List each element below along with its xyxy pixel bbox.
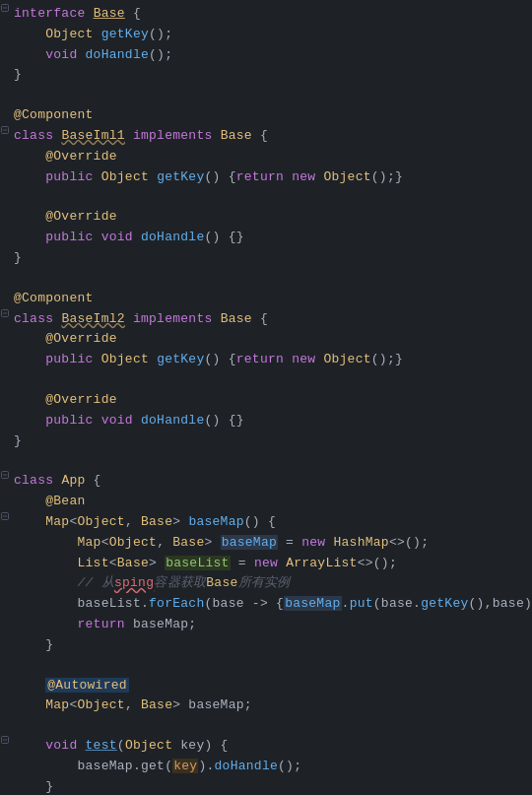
token-class-name: App xyxy=(61,473,85,488)
fold-icon[interactable] xyxy=(0,512,10,520)
token-plain: () { xyxy=(205,169,236,184)
token-plain xyxy=(14,352,45,366)
code-tokens: @Override xyxy=(10,390,524,411)
token-plain xyxy=(14,514,45,529)
token-plain xyxy=(94,169,101,184)
token-plain: { xyxy=(86,473,101,488)
token-plain xyxy=(125,128,133,143)
token-plain xyxy=(133,413,141,428)
token-plain: () { xyxy=(205,352,236,366)
code-line: return baseMap; xyxy=(0,615,532,635)
token-plain: key) { xyxy=(172,738,228,753)
code-tokens: public Object getKey() {return new Objec… xyxy=(10,350,524,370)
token-plain xyxy=(14,331,45,346)
token-plain: . xyxy=(342,596,350,611)
token-plain xyxy=(284,352,292,366)
token-fn: baseMap xyxy=(188,514,243,529)
token-fn: getKey xyxy=(421,596,468,611)
token-type: HashMap xyxy=(334,535,389,550)
code-line: baseMap.get(key).doHandle(); xyxy=(0,757,532,777)
token-plain xyxy=(213,128,221,143)
token-type: Object xyxy=(101,352,149,366)
token-type: Object xyxy=(78,697,125,712)
token-plain xyxy=(278,556,286,570)
code-tokens: @Autowired xyxy=(10,676,524,696)
token-plain xyxy=(14,230,45,244)
fold-icon[interactable] xyxy=(0,471,10,479)
token-type: Object xyxy=(109,535,157,550)
token-class-name-ul: BaseIml1 xyxy=(61,128,125,143)
token-plain xyxy=(94,230,101,244)
token-plain xyxy=(14,494,45,508)
token-hl-autowired: @Autowired xyxy=(45,678,129,693)
code-line: } xyxy=(0,431,532,452)
token-plain xyxy=(14,617,78,631)
token-kw: void xyxy=(101,413,133,428)
code-line: @Override xyxy=(0,207,532,228)
token-kw: new xyxy=(292,352,315,366)
token-plain: } xyxy=(14,67,22,82)
token-plain xyxy=(14,596,78,611)
fold-icon[interactable] xyxy=(0,126,10,134)
token-type: Base xyxy=(172,535,204,550)
token-type-c: Base xyxy=(206,575,237,590)
code-tokens: Map<Object, Base> baseMap; xyxy=(10,696,524,716)
code-line: @Override xyxy=(0,390,532,411)
token-annotation: @Override xyxy=(45,209,117,224)
token-plain xyxy=(14,27,45,41)
token-plain: > baseMap; xyxy=(172,697,252,712)
token-plain: baseMap.get( xyxy=(78,759,173,773)
code-line xyxy=(0,716,532,736)
token-plain xyxy=(86,6,94,21)
token-plain: { xyxy=(125,6,141,21)
token-plain xyxy=(78,47,86,62)
fold-icon[interactable] xyxy=(0,736,10,744)
token-kw: public xyxy=(45,169,93,184)
token-plain xyxy=(94,27,101,41)
code-tokens: class App { xyxy=(10,471,524,492)
code-line: @Component xyxy=(0,289,532,309)
token-plain xyxy=(213,311,221,326)
token-plain: ();} xyxy=(371,352,403,366)
token-annotation: @Bean xyxy=(45,494,85,508)
code-editor: interface Base { Object getKey(); void d… xyxy=(0,0,532,795)
code-line xyxy=(0,187,532,207)
code-line: } xyxy=(0,635,532,656)
token-fn: forEach xyxy=(149,596,204,611)
token-plain: (base -> { xyxy=(205,596,285,611)
code-tokens: @Component xyxy=(10,289,524,309)
code-line: public void doHandle() {} xyxy=(0,411,532,431)
token-plain: (base. xyxy=(373,596,421,611)
token-annotation: @Component xyxy=(14,107,94,122)
token-plain xyxy=(14,535,78,550)
fold-icon[interactable] xyxy=(0,4,10,12)
token-type: Object xyxy=(45,27,93,41)
token-plain: } xyxy=(14,433,22,448)
token-plain xyxy=(14,759,78,773)
token-hl-basemap2: baseMap xyxy=(284,596,341,611)
token-plain xyxy=(133,230,141,244)
token-comment: 所有实例 xyxy=(238,575,291,590)
token-fn: getKey xyxy=(157,352,204,366)
fold-icon[interactable] xyxy=(0,309,10,317)
token-kw: class xyxy=(14,473,53,488)
code-tokens: baseMap.get(key).doHandle(); xyxy=(10,757,524,777)
code-tokens: Object getKey(); xyxy=(10,25,524,45)
token-type: Map xyxy=(78,535,101,550)
token-plain: } xyxy=(14,779,53,794)
code-tokens: } xyxy=(10,635,524,656)
token-class-name-ul: BaseIml2 xyxy=(61,311,125,326)
token-kw: class xyxy=(14,128,53,143)
code-line: } xyxy=(0,65,532,86)
token-plain: > xyxy=(172,514,188,529)
code-tokens: // 从sping容器获取Base所有实例 xyxy=(10,573,524,594)
token-plain: <>(); xyxy=(358,556,397,570)
token-plain: (); xyxy=(278,759,301,773)
code-tokens: } xyxy=(10,777,524,795)
token-plain xyxy=(14,169,45,184)
token-plain: } xyxy=(14,250,22,265)
token-plain: , xyxy=(125,514,141,529)
token-hl-baselist: baseList xyxy=(165,556,231,570)
token-plain: ). xyxy=(198,759,214,773)
code-line xyxy=(0,451,532,471)
